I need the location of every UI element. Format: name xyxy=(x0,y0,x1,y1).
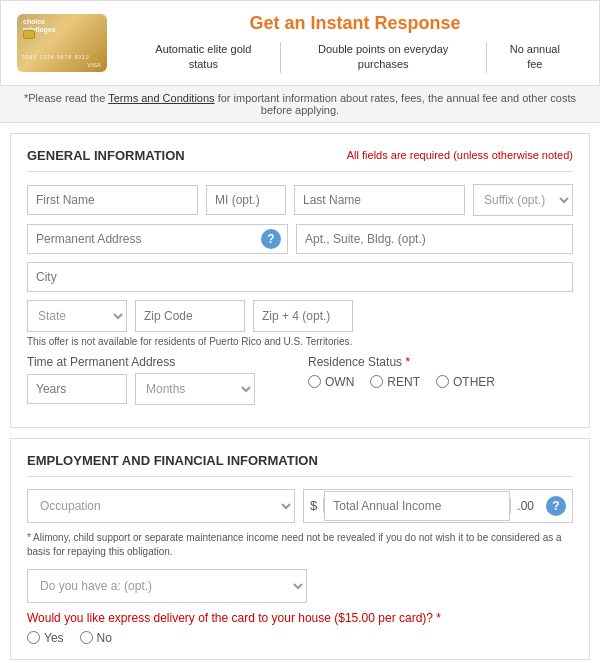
express-radio-group: Yes No xyxy=(27,631,573,645)
zip-input[interactable] xyxy=(135,300,245,332)
income-cents: .00 xyxy=(510,499,540,513)
mi-input[interactable] xyxy=(206,185,286,215)
occupation-select[interactable]: Occupation Employed Self-Employed Retire… xyxy=(27,489,295,523)
time-column: Time at Permanent Address Months 123 456… xyxy=(27,355,292,413)
state-zip-row: State ALAKAZCA COFLGANY TX xyxy=(27,300,573,332)
years-input[interactable] xyxy=(27,374,127,404)
first-name-input[interactable] xyxy=(27,185,198,215)
card-brand: VISA xyxy=(87,62,101,68)
general-information-section: GENERAL INFORMATION All fields are requi… xyxy=(10,133,590,428)
terms-suffix: for important information about rates, f… xyxy=(215,92,576,116)
feature-annual: No annual fee xyxy=(487,42,583,73)
general-section-header: GENERAL INFORMATION All fields are requi… xyxy=(27,148,573,172)
last-name-input[interactable] xyxy=(294,185,465,215)
feature-elite: Automatic elite gold status xyxy=(127,42,281,73)
employment-section-title: EMPLOYMENT AND FINANCIAL INFORMATION xyxy=(27,453,318,468)
express-yes-input[interactable] xyxy=(27,631,40,644)
occupation-income-row: Occupation Employed Self-Employed Retire… xyxy=(27,489,573,523)
zip-plus-input[interactable] xyxy=(253,300,353,332)
radio-rent-input[interactable] xyxy=(370,375,383,388)
residence-label: Residence Status * xyxy=(308,355,573,369)
radio-other[interactable]: OTHER xyxy=(436,375,495,389)
address-help: ? xyxy=(255,229,287,249)
name-row: Suffix (opt.) Jr. Sr. II III xyxy=(27,184,573,216)
radio-own-input[interactable] xyxy=(308,375,321,388)
income-help-button[interactable]: ? xyxy=(546,496,566,516)
address-row: ? xyxy=(27,224,573,254)
do-you-row: Do you have a: (opt.) Checking Account S… xyxy=(27,569,573,603)
feature-points: Double points on everyday purchases xyxy=(281,42,487,73)
residence-column: Residence Status * OWN RENT OTHER xyxy=(308,355,573,389)
pr-note: This offer is not available for resident… xyxy=(27,336,573,347)
permanent-address-input[interactable] xyxy=(28,225,255,253)
time-row: Months 123 456 789 1011 xyxy=(27,373,292,405)
employment-section-header: EMPLOYMENT AND FINANCIAL INFORMATION xyxy=(27,453,573,477)
income-row: $ .00 ? xyxy=(303,489,573,523)
address-input-wrap: ? xyxy=(27,224,288,254)
do-you-select-wrap: Do you have a: (opt.) Checking Account S… xyxy=(27,569,307,603)
employment-section: EMPLOYMENT AND FINANCIAL INFORMATION Occ… xyxy=(10,438,590,660)
card-chip xyxy=(23,30,35,39)
months-select[interactable]: Months 123 456 789 1011 xyxy=(135,373,255,405)
occupation-wrap: Occupation Employed Self-Employed Retire… xyxy=(27,489,295,523)
income-input[interactable] xyxy=(324,491,510,521)
radio-rent[interactable]: RENT xyxy=(370,375,420,389)
page-title: Get an Instant Response xyxy=(127,13,583,34)
suffix-select[interactable]: Suffix (opt.) Jr. Sr. II III xyxy=(473,184,573,216)
city-input[interactable] xyxy=(27,262,573,292)
header-title-block: Get an Instant Response Automatic elite … xyxy=(127,13,583,73)
time-residence-row: Time at Permanent Address Months 123 456… xyxy=(27,355,573,413)
required-note: All fields are required (unless otherwis… xyxy=(347,149,573,161)
express-yes[interactable]: Yes xyxy=(27,631,64,645)
terms-link[interactable]: Terms and Conditions xyxy=(108,92,214,104)
income-dollar-sign: $ xyxy=(304,498,324,513)
terms-bar: *Please read the Terms and Conditions fo… xyxy=(0,86,600,123)
express-no[interactable]: No xyxy=(80,631,112,645)
do-you-select[interactable]: Do you have a: (opt.) Checking Account S… xyxy=(28,570,306,602)
time-label: Time at Permanent Address xyxy=(27,355,292,369)
card-number: 0000 1234 5678 9012 xyxy=(22,54,102,60)
card-image: choiceprivileges 0000 1234 5678 9012 VIS… xyxy=(17,14,107,72)
radio-other-input[interactable] xyxy=(436,375,449,388)
header-section: choiceprivileges 0000 1234 5678 9012 VIS… xyxy=(0,0,600,86)
residence-radio-group: OWN RENT OTHER xyxy=(308,375,573,389)
address-help-button[interactable]: ? xyxy=(261,229,281,249)
express-no-input[interactable] xyxy=(80,631,93,644)
state-select[interactable]: State ALAKAZCA COFLGANY TX xyxy=(27,300,127,332)
general-section-title: GENERAL INFORMATION xyxy=(27,148,185,163)
features-list: Automatic elite gold status Double point… xyxy=(127,42,583,73)
terms-prefix: *Please read the xyxy=(24,92,108,104)
alimony-note: * Alimony, child support or separate mai… xyxy=(27,531,573,559)
city-state-zip-row xyxy=(27,262,573,292)
radio-own[interactable]: OWN xyxy=(308,375,354,389)
express-label: Would you like express delivery of the c… xyxy=(27,611,573,625)
apt-input[interactable] xyxy=(296,224,573,254)
